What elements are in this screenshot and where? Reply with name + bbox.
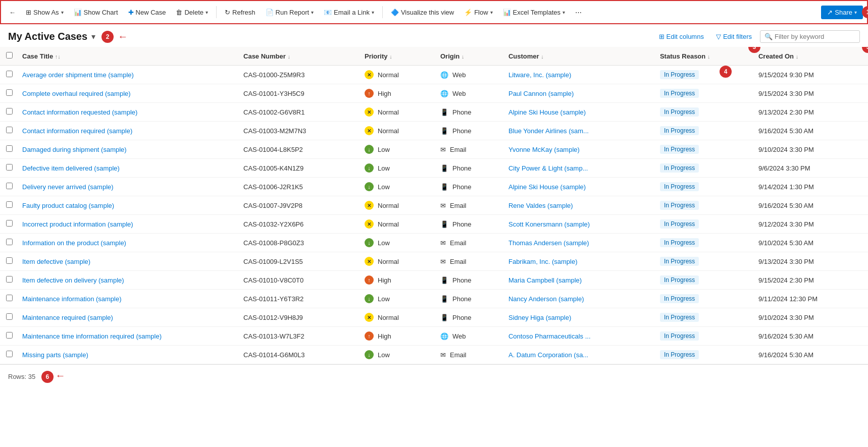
row-checkbox[interactable] — [6, 201, 13, 208]
customer-link[interactable]: Paul Cannon (sample) — [508, 90, 574, 97]
row-checkbox-cell[interactable] — [0, 346, 18, 364]
excel-templates-button[interactable]: 📊 Excel Templates ▾ — [499, 7, 569, 18]
row-checkbox[interactable] — [6, 145, 13, 152]
show-chart-button[interactable]: 📊 Show Chart — [70, 7, 122, 18]
row-checkbox-cell[interactable] — [0, 140, 18, 159]
case-title-link[interactable]: Contact information required (sample) — [22, 127, 132, 135]
origin-cell: 🌐 Web — [436, 327, 504, 346]
case-title-link[interactable]: Faulty product catalog (sample) — [22, 202, 114, 209]
customer-link[interactable]: Nancy Anderson (sample) — [508, 295, 584, 303]
row-checkbox[interactable] — [6, 351, 13, 357]
edit-filters-button[interactable]: ▽ Edit filters — [712, 31, 756, 42]
case-title-link[interactable]: Damaged during shipment (sample) — [22, 146, 127, 153]
keyword-filter-input[interactable] — [775, 33, 855, 40]
row-checkbox[interactable] — [6, 127, 13, 133]
case-title-link[interactable]: Average order shipment time (sample) — [22, 71, 134, 79]
col-priority[interactable]: Priority ↓ — [361, 47, 436, 66]
show-as-button[interactable]: ⊞ Show As ▾ — [22, 7, 68, 18]
row-checkbox[interactable] — [6, 257, 13, 264]
customer-link[interactable]: Thomas Andersen (sample) — [508, 239, 589, 247]
row-checkbox[interactable] — [6, 332, 13, 339]
row-checkbox-cell[interactable] — [0, 234, 18, 252]
customer-link[interactable]: Blue Yonder Airlines (sam... — [508, 127, 589, 135]
customer-link[interactable]: Scott Konersmann (sample) — [508, 220, 590, 228]
customer-link[interactable]: City Power & Light (samp... — [508, 164, 588, 172]
created-on-cell: 9/10/2024 3:30 PM — [754, 140, 868, 159]
col-status-reason[interactable]: Status Reason ↓ 3 — [656, 47, 754, 66]
row-checkbox-cell[interactable] — [0, 215, 18, 234]
row-checkbox[interactable] — [6, 276, 13, 283]
row-checkbox[interactable] — [6, 239, 13, 245]
visualize-button[interactable]: 🔷 Visualize this view — [387, 7, 458, 18]
row-checkbox-cell[interactable] — [0, 271, 18, 290]
customer-link[interactable]: A. Datum Corporation (sa... — [508, 351, 588, 359]
new-case-button[interactable]: ✚ New Case — [124, 7, 170, 18]
case-title-link[interactable]: Item defective (sample) — [22, 258, 90, 265]
case-title-link[interactable]: Incorrect product information (sample) — [22, 220, 133, 228]
case-title-link[interactable]: Item defective on delivery (sample) — [22, 276, 124, 284]
customer-link[interactable]: Sidney Higa (sample) — [508, 314, 571, 321]
row-checkbox[interactable] — [6, 108, 13, 115]
row-checkbox-cell[interactable] — [0, 290, 18, 308]
view-title-dropdown[interactable]: ▾ — [91, 32, 95, 41]
row-checkbox-cell[interactable] — [0, 84, 18, 103]
table-row: Faulty product catalog (sample) CAS-0100… — [0, 196, 868, 215]
customer-link[interactable]: Alpine Ski House (sample) — [508, 183, 586, 191]
customer-link[interactable]: Fabrikam, Inc. (sample) — [508, 258, 578, 265]
customer-link[interactable]: Maria Campbell (sample) — [508, 276, 582, 284]
email-link-button[interactable]: 📧 Email a Link ▾ — [320, 7, 378, 18]
row-checkbox[interactable] — [6, 295, 13, 301]
keyword-filter[interactable]: 🔍 — [760, 30, 860, 43]
case-title-link[interactable]: Information on the product (sample) — [22, 239, 126, 247]
customer-link[interactable]: Alpine Ski House (sample) — [508, 108, 586, 116]
more-button[interactable]: ⋯ — [571, 7, 586, 18]
row-checkbox-cell[interactable] — [0, 252, 18, 271]
row-checkbox[interactable] — [6, 89, 13, 96]
row-checkbox[interactable] — [6, 220, 13, 227]
select-all-checkbox-header[interactable] — [0, 47, 18, 66]
refresh-button[interactable]: ↻ Refresh — [221, 7, 260, 18]
case-title-link[interactable]: Maintenance time information required (s… — [22, 332, 162, 340]
customer-link[interactable]: Litware, Inc. (sample) — [508, 71, 571, 79]
flow-button[interactable]: ⚡ Flow ▾ — [460, 7, 496, 18]
case-title-link[interactable]: Missing parts (sample) — [22, 351, 88, 359]
row-checkbox-cell[interactable] — [0, 178, 18, 196]
row-checkbox-cell[interactable] — [0, 159, 18, 178]
back-button[interactable]: ← — [5, 7, 20, 18]
customer-link[interactable]: Contoso Pharmaceuticals ... — [508, 332, 591, 340]
created-on-value: 9/16/2024 5:30 AM — [758, 332, 813, 340]
row-checkbox-cell[interactable] — [0, 308, 18, 327]
priority-label: Low — [378, 239, 390, 247]
col-case-title[interactable]: Case Title ↑↓ — [18, 47, 239, 66]
case-title-link[interactable]: Contact information requested (sample) — [22, 108, 137, 116]
case-title-cell: Contact information requested (sample) — [18, 103, 239, 122]
row-checkbox-cell[interactable] — [0, 196, 18, 215]
customer-link[interactable]: Rene Valdes (sample) — [508, 202, 573, 209]
row-checkbox[interactable] — [6, 313, 13, 320]
origin-cell: ✉ Email — [436, 346, 504, 364]
case-title-link[interactable]: Complete overhaul required (sample) — [22, 90, 131, 97]
row-checkbox[interactable] — [6, 183, 13, 189]
col-customer[interactable]: Customer ↓ — [504, 47, 656, 66]
delete-button[interactable]: 🗑 Delete ▾ — [172, 7, 212, 18]
case-title-link[interactable]: Defective item delivered (sample) — [22, 164, 120, 172]
case-title-cell: Damaged during shipment (sample) — [18, 140, 239, 159]
col-origin[interactable]: Origin ↓ — [436, 47, 504, 66]
row-checkbox-cell[interactable] — [0, 122, 18, 140]
case-title-link[interactable]: Delivery never arrived (sample) — [22, 183, 114, 191]
run-report-button[interactable]: 📄 Run Report ▾ — [262, 7, 318, 18]
col-case-number[interactable]: Case Number ↓ — [239, 47, 361, 66]
row-checkbox-cell[interactable] — [0, 327, 18, 346]
case-title-link[interactable]: Maintenance information (sample) — [22, 295, 122, 303]
table-row: Information on the product (sample) CAS-… — [0, 234, 868, 252]
row-checkbox[interactable] — [6, 71, 13, 77]
row-checkbox[interactable] — [6, 164, 13, 171]
select-all-checkbox[interactable] — [6, 52, 13, 59]
row-checkbox-cell[interactable] — [0, 66, 18, 84]
case-title-link[interactable]: Maintenance required (sample) — [22, 314, 113, 321]
share-button[interactable]: ↗ Share ▾ — [821, 6, 863, 19]
row-checkbox-cell[interactable] — [0, 103, 18, 122]
customer-link[interactable]: Yvonne McKay (sample) — [508, 146, 580, 153]
edit-columns-button[interactable]: ⊞ Edit columns — [655, 31, 708, 42]
col-created-on[interactable]: Created On ↓ 5 — [754, 47, 868, 66]
